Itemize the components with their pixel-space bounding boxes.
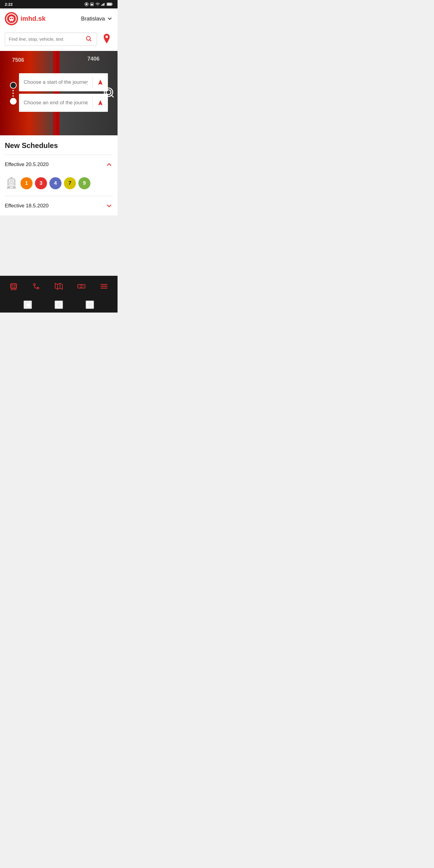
battery-icon: [107, 2, 113, 6]
svg-rect-5: [102, 4, 103, 6]
nav-item-menu[interactable]: [96, 280, 112, 293]
status-time: 2:22: [5, 2, 13, 7]
nav-item-map[interactable]: [51, 280, 67, 293]
hero-search-icon: [104, 87, 114, 98]
city-selector[interactable]: Bratislava: [81, 16, 113, 22]
location-pin-icon: [102, 33, 112, 44]
route-badge-9[interactable]: 9: [79, 177, 90, 189]
svg-point-23: [106, 90, 111, 95]
menu-nav-icon: [100, 282, 108, 290]
schedule-item-1: Effective 20.5.2020: [5, 155, 113, 196]
svg-rect-27: [9, 183, 14, 185]
tram-icon: [6, 177, 17, 189]
route-badge-7[interactable]: 7: [64, 177, 76, 189]
logo-text: imhd.sk: [21, 15, 45, 23]
signal-icon: [101, 2, 105, 6]
svg-rect-7: [104, 3, 104, 6]
svg-rect-37: [14, 284, 16, 286]
end-dot: [10, 98, 17, 104]
schedule-row-2[interactable]: Effective 18.5.2020: [5, 196, 113, 216]
journey-planner-container: [0, 51, 118, 135]
journey-end-row[interactable]: [19, 94, 108, 112]
svg-point-17: [12, 20, 13, 21]
schedule-date-2: Effective 18.5.2020: [5, 203, 49, 209]
search-input[interactable]: [9, 36, 84, 41]
start-dot: [10, 82, 17, 89]
svg-rect-15: [12, 18, 13, 19]
svg-point-42: [33, 284, 35, 285]
svg-rect-36: [11, 284, 13, 286]
svg-point-40: [15, 289, 16, 290]
nav-item-ticket[interactable]: [73, 280, 89, 293]
logo-area: imhd.sk: [5, 12, 45, 25]
svg-rect-25: [9, 180, 11, 182]
map-nav-icon: [55, 282, 63, 290]
sim-icon: [90, 2, 94, 6]
logo-brand: imhd: [21, 15, 36, 22]
chevron-down-icon-2: [105, 202, 113, 210]
route-badge-3[interactable]: 3: [35, 177, 47, 189]
journey-dots: [10, 82, 17, 104]
search-input-wrapper[interactable]: [5, 33, 97, 46]
journey-inputs: [19, 73, 108, 113]
svg-rect-26: [12, 180, 14, 182]
app-logo-icon: [5, 12, 18, 25]
schedules-title: New Schedules: [5, 141, 113, 150]
svg-rect-9: [112, 4, 113, 4]
city-name: Bratislava: [81, 16, 105, 22]
svg-point-0: [86, 3, 87, 5]
chevron-down-icon: [107, 16, 113, 22]
svg-rect-4: [101, 5, 102, 6]
navigate-end-icon: [97, 99, 104, 106]
journey-start-row[interactable]: [19, 73, 108, 91]
android-nav-bar: ◀: [0, 297, 118, 313]
svg-rect-14: [10, 18, 11, 19]
route-nav-icon: [32, 282, 40, 290]
schedules-section: New Schedules Effective 20.5.2020: [0, 135, 118, 216]
svg-line-22: [112, 95, 113, 97]
bottom-content: [0, 216, 118, 276]
svg-point-34: [13, 187, 15, 188]
search-button[interactable]: [84, 34, 93, 44]
svg-marker-44: [55, 283, 62, 289]
hero-area: 7506 7406: [0, 51, 118, 135]
route-badge-4[interactable]: 4: [50, 177, 61, 189]
android-recent-button[interactable]: [86, 301, 94, 309]
schedule-row-1[interactable]: Effective 20.5.2020: [5, 155, 113, 174]
location-button[interactable]: [101, 32, 113, 46]
bus-nav-icon: [9, 282, 18, 290]
notification-icon: [84, 2, 89, 6]
status-icons: [84, 2, 113, 6]
chevron-up-icon: [105, 161, 113, 168]
nav-item-route[interactable]: [28, 280, 44, 293]
svg-rect-3: [91, 4, 93, 5]
home-circle-icon: [56, 302, 62, 308]
svg-rect-10: [107, 4, 111, 5]
svg-rect-6: [103, 4, 104, 6]
nav-item-bus[interactable]: [6, 280, 22, 293]
bottom-nav: [0, 276, 118, 297]
app-header: imhd.sk Bratislava: [0, 8, 118, 29]
svg-line-19: [90, 40, 91, 41]
recent-square-icon: [87, 302, 93, 307]
wifi-icon: [95, 2, 100, 6]
ticket-nav-icon: [77, 282, 86, 290]
svg-point-16: [10, 20, 11, 21]
tram-icon-wrap: [5, 177, 18, 190]
svg-point-20: [105, 36, 108, 38]
time-display: 2:22: [5, 2, 13, 7]
schedule-date-1: Effective 20.5.2020: [5, 161, 49, 167]
hero-search-area[interactable]: [104, 87, 114, 99]
route-badges-area: 1 3 4 7 9: [5, 174, 113, 196]
android-back-button[interactable]: ◀: [24, 301, 32, 309]
svg-point-39: [11, 289, 13, 290]
schedule-item-2: Effective 18.5.2020: [5, 196, 113, 216]
route-badge-1[interactable]: 1: [21, 177, 33, 189]
journey-end-input[interactable]: [19, 100, 93, 106]
svg-point-33: [8, 187, 10, 188]
android-home-button[interactable]: [55, 301, 63, 309]
search-icon: [85, 35, 92, 42]
status-bar: 2:22: [0, 0, 118, 8]
journey-start-input[interactable]: [19, 79, 93, 85]
back-triangle-icon: ◀: [26, 301, 30, 308]
